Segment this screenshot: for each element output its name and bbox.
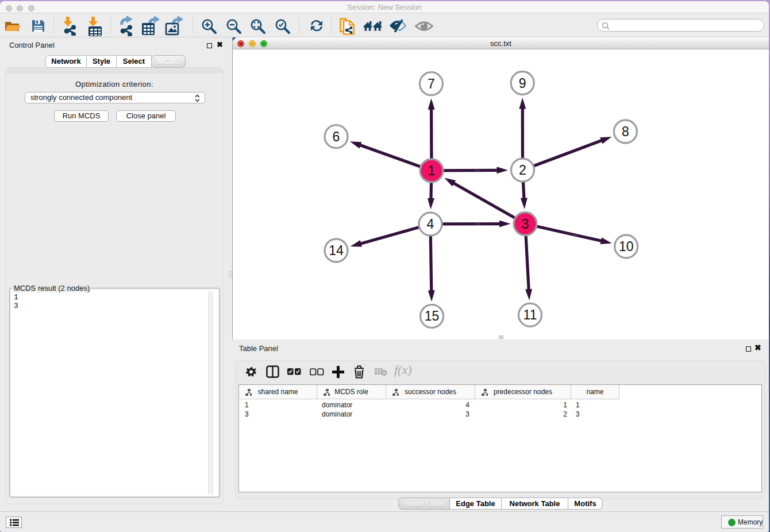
svg-text:2: 2 <box>519 163 526 178</box>
svg-text:7: 7 <box>428 76 435 91</box>
svg-text:15: 15 <box>425 309 440 323</box>
svg-text:10: 10 <box>619 239 634 254</box>
svg-text:14: 14 <box>329 243 344 258</box>
svg-text:4: 4 <box>427 217 434 232</box>
svg-text:3: 3 <box>522 217 529 232</box>
svg-text:11: 11 <box>523 307 537 322</box>
svg-text:6: 6 <box>333 129 340 144</box>
svg-text:8: 8 <box>622 124 629 139</box>
svg-text:9: 9 <box>519 76 526 91</box>
svg-text:1: 1 <box>428 163 436 178</box>
